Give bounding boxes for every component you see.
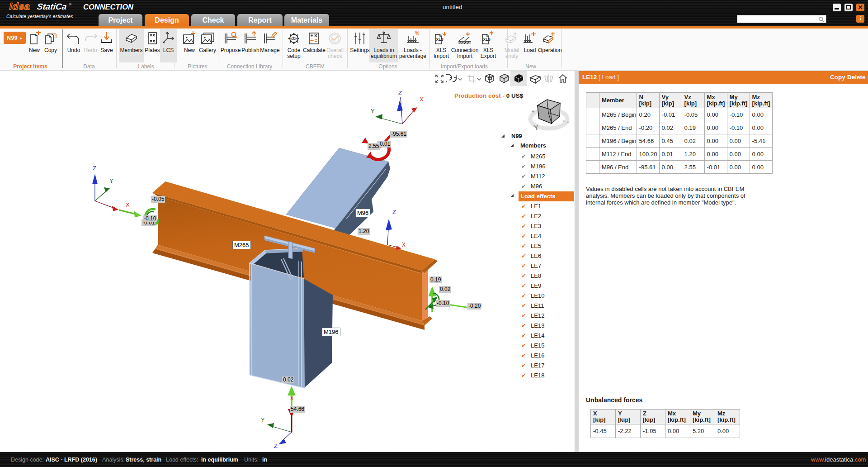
svg-text:Y: Y: [371, 108, 375, 114]
svg-text:XLS: XLS: [483, 37, 491, 42]
svg-text:Y: Y: [109, 177, 113, 184]
svg-text:+: +: [532, 109, 534, 114]
svg-text:X: X: [420, 96, 424, 103]
svg-text:Y: Y: [533, 123, 539, 132]
svg-text:StatiCa: StatiCa: [36, 2, 67, 11]
svg-text:%: %: [415, 31, 420, 36]
svg-text:®: ®: [69, 2, 71, 6]
svg-text:Y: Y: [261, 416, 265, 423]
svg-text:Z: Z: [274, 443, 278, 449]
svg-text:Z: Z: [93, 165, 96, 172]
svg-text:</>: </>: [290, 36, 297, 41]
svg-text:XLS: XLS: [436, 37, 444, 42]
svg-text:X: X: [402, 242, 406, 248]
svg-text:Idea: Idea: [9, 1, 32, 11]
svg-text:X: X: [290, 396, 294, 401]
svg-text:Z: Z: [392, 209, 396, 215]
svg-text:Z: Z: [398, 90, 402, 96]
svg-text:X: X: [126, 201, 130, 208]
svg-text:CONNECTION: CONNECTION: [83, 3, 134, 11]
